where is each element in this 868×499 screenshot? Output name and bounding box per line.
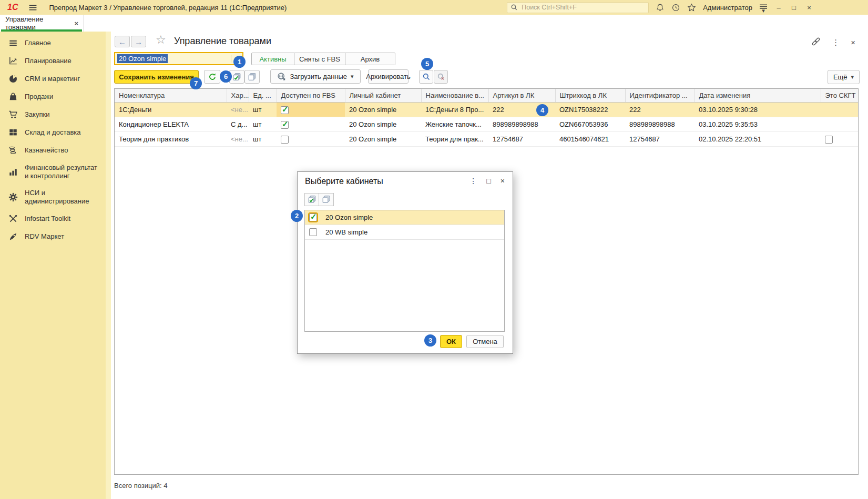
favorites-star-icon[interactable] [687,3,696,12]
cancel-search-button[interactable] [434,70,448,84]
main-menu-icon[interactable] [28,3,37,12]
sidebar-item-main[interactable]: Главное [0,34,106,52]
load-data-button[interactable]: Загрузить данные ▾ [270,69,361,84]
sidebar-item-infostart-toolkit[interactable]: Infostart Toolkit [0,210,106,228]
nav-back-button[interactable]: ← [115,36,130,47]
ok-button[interactable]: ОК [440,335,462,348]
cart-icon [8,110,18,119]
tab-product-management[interactable]: Управление товарами × [0,15,84,32]
tab-active-products[interactable]: Активны [251,53,294,65]
check-all-icon [232,73,241,82]
annotation-badge-7: 7 [190,77,202,89]
chevron-down-icon: ▾ [762,9,765,12]
table-search-button[interactable] [419,70,433,84]
current-user[interactable]: Администратор [703,4,752,12]
sidebar-item-crm[interactable]: CRM и маркетинг [0,70,106,88]
sidebar-item-label: Планирование [25,57,72,65]
window-minimize-button[interactable]: – [774,4,783,12]
dialog-menu-dots-icon[interactable]: ⋮ [469,177,477,185]
search-icon [510,4,518,11]
notifications-bell-icon[interactable] [656,3,665,12]
globe-download-icon [277,72,286,81]
col-unit[interactable]: Ед. ... [249,89,277,103]
tab-archive[interactable]: Архив [345,53,395,65]
clear-all-icon [322,195,331,204]
col-lk-article[interactable]: Артикул в ЛК [488,89,555,103]
filter-combo-divider [231,55,231,63]
more-button[interactable]: Ещё ▾ [828,70,860,84]
sidebar-item-label: RDV Маркет [25,232,64,241]
table-header[interactable]: Номенклатура Хар... Ед. ... Доступен по … [115,89,858,103]
skgt-checkbox[interactable] [825,136,833,144]
coins-icon [8,146,18,155]
global-search-box[interactable] [507,2,649,13]
cancel-button[interactable]: Отмена [466,335,504,348]
dialog-maximize-icon[interactable]: □ [486,177,491,185]
col-modified-date[interactable]: Дата изменения [695,89,821,103]
rocket-icon [8,232,18,241]
sidebar-item-treasury[interactable]: Казначейство [0,141,106,159]
clear-all-icon [248,73,257,82]
tab-removed-fbs[interactable]: Сняты с FBS [294,53,345,65]
table-row[interactable]: Кондиционер ELEKTA С д... шт 20 Ozon sim… [115,117,858,132]
sidebar-item-finance[interactable]: Финансовый результат и контроллинг [0,159,106,185]
chevron-down-icon: ▾ [851,74,854,80]
fbs-checkbox[interactable] [281,121,289,129]
panel-close-icon[interactable]: × [851,38,855,47]
sidebar-item-sales[interactable]: Продажи [0,88,106,106]
history-icon[interactable] [671,3,680,12]
sidebar-item-admin[interactable]: НСИ и администрирование [0,185,106,210]
global-search-input[interactable] [520,3,645,12]
tab-close-icon[interactable]: × [74,19,78,27]
sidebar-item-label: Главное [25,39,51,47]
col-fbs-available[interactable]: Доступен по FBS [277,89,345,103]
planning-icon [8,56,18,66]
col-lk-name[interactable]: Наименование в... [421,89,488,103]
window-title: Препрод Маркет 3 / Управление торговлей,… [49,4,287,12]
sidebar-item-label: Продажи [25,93,53,101]
col-identifier[interactable]: Идентификатор ... [625,89,695,103]
sidebar-item-label: Закупки [25,110,49,119]
sidebar: Главное Планирование CRM и маркетинг Про… [0,32,106,499]
archive-button[interactable]: Архивировать [368,69,409,84]
bag-icon [8,92,18,101]
window-maximize-button[interactable]: □ [790,4,798,12]
application-window: 1С Препрод Маркет 3 / Управление торговл… [0,0,868,499]
col-lk-barcode[interactable]: Штрихкод в ЛК [555,89,625,103]
window-close-button[interactable]: × [805,4,813,12]
dialog-check-all-button[interactable] [304,193,319,206]
cabinet-list-item[interactable]: 20 WB simple [305,225,504,240]
nav-forward-button[interactable]: → [131,36,146,47]
window-title-bar: 1С Препрод Маркет 3 / Управление торговл… [0,0,868,15]
grid-icon [8,128,18,137]
filter-input[interactable]: 20 Ozon simple [114,52,243,65]
dialog-close-icon[interactable]: × [501,177,505,185]
get-link-icon[interactable] [811,37,821,48]
sidebar-item-planning[interactable]: Планирование [0,52,106,70]
bar-chart-icon [8,167,18,177]
refresh-button[interactable] [204,70,220,84]
sidebar-item-purchases[interactable]: Закупки [0,106,106,124]
col-skgt[interactable]: Это СКГТ [821,89,858,103]
sidebar-item-warehouse[interactable]: Склад и доставка [0,124,106,141]
col-nomenclature[interactable]: Номенклатура [115,89,227,103]
table-row[interactable]: 1С:Деньги <не... шт 20 Ozon simple 1С:Де… [115,103,858,117]
fbs-checkbox[interactable] [281,136,289,144]
col-characteristic[interactable]: Хар... [227,89,249,103]
clear-all-checkboxes-button[interactable] [244,70,260,84]
user-menu-icon[interactable]: ▾ [759,4,768,12]
cabinet-checkbox[interactable] [309,213,317,221]
annotation-badge-2: 2 [291,210,303,222]
sidebar-item-rdv-market[interactable]: RDV Маркет [0,228,106,246]
cancel-search-icon [437,73,445,81]
dialog-uncheck-all-button[interactable] [319,193,334,206]
col-cabinet[interactable]: Личный кабинет [345,89,421,103]
table-row[interactable]: Теория для практиков <не... шт 20 Ozon s… [115,132,858,147]
more-menu-dots-icon[interactable]: ⋮ [832,38,840,47]
favorite-star-icon[interactable]: ☆ [156,33,166,47]
save-changes-button[interactable]: Сохранить изменения [114,70,199,84]
fbs-checkbox[interactable] [281,106,289,114]
tab-bar: Управление товарами × [0,15,868,32]
cabinet-list-item[interactable]: 20 Ozon simple [305,210,504,225]
cabinet-checkbox[interactable] [309,228,317,236]
